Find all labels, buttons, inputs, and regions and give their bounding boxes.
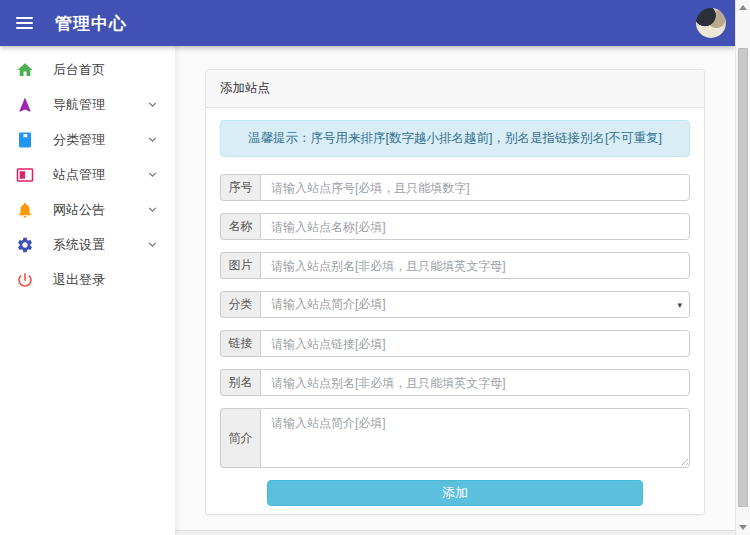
bell-icon [16,201,34,219]
category-select[interactable]: 请输入站点简介[必填] ▾ [260,291,690,318]
form-row-link: 链接 [220,330,690,357]
home-icon [16,61,34,79]
add-site-card: 添加站点 温馨提示：序号用来排序[数字越小排名越前]，别名是指链接别名[不可重复… [205,69,705,515]
chevron-down-icon [145,97,160,112]
gear-icon [16,236,34,254]
sidebar-item-label: 系统设置 [53,236,105,254]
sidebar-item-site-notice[interactable]: 网站公告 [0,192,175,227]
card-title: 添加站点 [206,70,704,108]
form-row-name: 名称 [220,213,690,240]
category-select-value: 请输入站点简介[必填] [271,296,386,313]
power-icon [16,271,34,289]
sidebar-item-label: 退出登录 [53,271,105,289]
field-label: 别名 [220,369,260,396]
sidebar-item-home[interactable]: 后台首页 [0,52,175,87]
main-content: 添加站点 温馨提示：序号用来排序[数字越小排名越前]，别名是指链接别名[不可重复… [175,46,735,535]
chevron-down-icon [145,167,160,182]
field-label: 分类 [220,291,260,318]
menu-icon[interactable] [16,17,33,29]
sidebar-item-settings[interactable]: 系统设置 [0,227,175,262]
serial-input[interactable] [260,174,690,201]
image-input[interactable] [260,252,690,279]
link-input[interactable] [260,330,690,357]
scrollbar[interactable] [735,0,750,535]
scroll-up-icon[interactable] [739,5,747,10]
scrollbar-thumb[interactable] [738,48,748,507]
footer-divider [175,530,735,535]
field-label: 简介 [220,408,260,468]
navigation-icon [16,96,34,114]
form-row-serial: 序号 [220,174,690,201]
sidebar-item-label: 导航管理 [53,96,105,114]
admin-page: 管理中心 后台首页 导航管理 分类管理 [0,0,750,535]
chevron-down-icon [145,132,160,147]
field-label: 链接 [220,330,260,357]
name-input[interactable] [260,213,690,240]
sidebar-item-label: 站点管理 [53,166,105,184]
sidebar-item-label: 后台首页 [53,61,105,79]
dropdown-arrow-icon: ▾ [677,300,682,310]
field-label: 名称 [220,213,260,240]
field-label: 序号 [220,174,260,201]
sidebar: 后台首页 导航管理 分类管理 站点管理 [0,46,175,535]
top-navbar: 管理中心 [0,0,735,46]
chevron-down-icon [145,202,160,217]
category-icon [16,131,34,149]
app-title: 管理中心 [55,12,127,35]
form-row-alias: 别名 [220,369,690,396]
sidebar-item-site-manage[interactable]: 站点管理 [0,157,175,192]
sidebar-item-nav-manage[interactable]: 导航管理 [0,87,175,122]
intro-textarea[interactable] [260,408,690,468]
field-label: 图片 [220,252,260,279]
form-row-category: 分类 请输入站点简介[必填] ▾ [220,291,690,318]
user-avatar[interactable] [696,8,726,38]
form-row-image: 图片 [220,252,690,279]
form-row-intro: 简介 [220,408,690,468]
chevron-down-icon [145,237,160,252]
alias-input[interactable] [260,369,690,396]
add-site-form: 温馨提示：序号用来排序[数字越小排名越前]，别名是指链接别名[不可重复] 序号 … [206,108,704,514]
sidebar-item-label: 分类管理 [53,131,105,149]
sidebar-item-category-manage[interactable]: 分类管理 [0,122,175,157]
info-alert: 温馨提示：序号用来排序[数字越小排名越前]，别名是指链接别名[不可重复] [220,120,690,157]
scroll-down-icon[interactable] [739,525,747,530]
sidebar-item-logout[interactable]: 退出登录 [0,262,175,297]
site-icon [16,166,34,184]
add-button[interactable]: 添加 [267,480,643,506]
sidebar-item-label: 网站公告 [53,201,105,219]
